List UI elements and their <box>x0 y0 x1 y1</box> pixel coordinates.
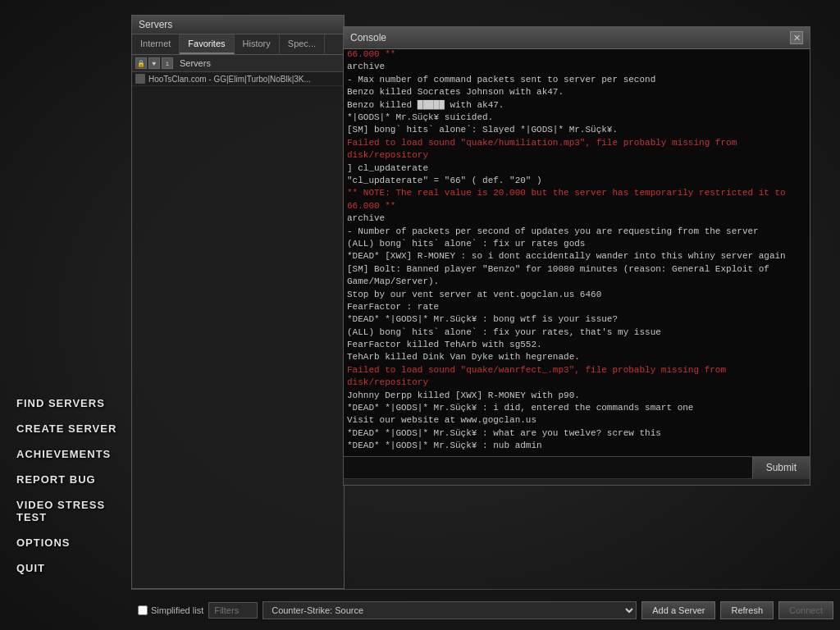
console-line: Benzo killed █████ with ak47. <box>347 99 806 112</box>
console-line: Johnny Derpp killed [XWX] R-MONEY with p… <box>347 390 806 402</box>
sidebar: FIND SERVERS CREATE SERVER ACHIEVEMENTS … <box>0 0 131 630</box>
console-line: (ALL) bong` hits` alone` : fix your rate… <box>347 326 806 339</box>
servers-title: Servers <box>139 19 172 30</box>
connect-button[interactable]: Connect <box>778 601 833 619</box>
sidebar-item-quit[interactable]: QUIT <box>16 555 131 581</box>
servers-label: Servers <box>175 57 216 70</box>
simplified-list-checkbox[interactable] <box>138 605 148 615</box>
console-line: *DEAD* *|GODS|* Mr.Süçk¥ : bong wtf is y… <box>347 313 806 326</box>
server-row[interactable]: HooTsClan.com - GG|Elim|Turbo|NoBlk|3K..… <box>132 72 344 86</box>
console-line: archive <box>347 61 806 73</box>
toolbar-fav-icon[interactable]: ♥ <box>148 57 160 69</box>
servers-content: HooTsClan.com - GG|Elim|Turbo|NoBlk|3K..… <box>132 72 344 579</box>
game-select[interactable]: Counter-Strike: Source <box>262 601 637 619</box>
refresh-button[interactable]: Refresh <box>720 601 774 619</box>
bottom-bar: Simplified list Counter-Strike: Source A… <box>131 589 840 630</box>
console-line: Stop by our vent server at vent.gogclan.… <box>347 289 806 301</box>
add-server-button[interactable]: Add a Server <box>641 601 715 619</box>
server-list[interactable]: HooTsClan.com - GG|Elim|Turbo|NoBlk|3K..… <box>132 72 344 579</box>
console-title: Console <box>350 32 386 43</box>
simplified-list-text: Simplified list <box>151 605 203 615</box>
tab-favorites[interactable]: Favorites <box>180 34 234 54</box>
console-line: - Max number of command packets sent to … <box>347 74 806 86</box>
console-line: Failed to load sound "quake/wanrfect_.mp… <box>347 364 806 390</box>
console-line: "cl_updaterate" = "66" ( def. "20" ) <box>347 175 806 187</box>
console-line: Benzo killed Socrates Johnson with ak47. <box>347 86 806 98</box>
sidebar-item-report-bug[interactable]: REPORT BUG <box>16 467 131 492</box>
server-name: HooTsClan.com - GG|Elim|Turbo|NoBlk|3K..… <box>148 75 311 84</box>
console-line: FearFactor killed TehArb with sg552. <box>347 339 806 351</box>
filters-input[interactable] <box>208 602 258 619</box>
console-line: - Number of packets per second of update… <box>347 226 806 238</box>
console-line: TehArb killed Dink Van Dyke with hegrena… <box>347 351 806 363</box>
console-window: Console ✕ snukums killed bong` hits` alo… <box>343 26 810 486</box>
sidebar-item-achievements[interactable]: ACHIEVEMENTS <box>16 441 131 467</box>
sidebar-item-video-stress[interactable]: VIDEO STRESS TEST <box>16 492 131 530</box>
console-line: *DEAD* *|GODS|* Mr.Süçk¥ : what are you … <box>347 427 806 440</box>
console-line: Failed to load sound "quake/humiliation.… <box>347 137 806 162</box>
console-line: ** NOTE: The real value is 20.000 but th… <box>347 187 806 212</box>
console-input-area: Submit <box>344 456 810 478</box>
servers-toolbar: 🔒 ♥ i Servers <box>132 55 344 72</box>
console-output: snukums killed bong` hits` alone` with a… <box>344 49 810 456</box>
console-titlebar: Console ✕ <box>344 27 810 49</box>
console-line: (ALL) bong` hits` alone` : fix ur rates … <box>347 238 806 250</box>
console-close-button[interactable]: ✕ <box>790 31 803 44</box>
console-line: *DEAD* *|GODS|* Mr.Süçk¥ : i did, entere… <box>347 402 806 414</box>
servers-titlebar: Servers <box>132 16 344 34</box>
console-line: Visit our website at www.gogclan.us <box>347 414 806 427</box>
tab-spec[interactable]: Spec... <box>280 34 325 54</box>
console-line: ** NOTE: The real value is 30.000 but th… <box>347 49 806 61</box>
console-line: FearFactor : rate <box>347 301 806 313</box>
console-line: ] cl_updaterate <box>347 162 806 175</box>
toolbar-lock-icon[interactable]: 🔒 <box>135 57 147 69</box>
console-line: *DEAD* *|GODS|* Mr.Süçk¥ : nub admin <box>347 440 806 452</box>
console-submit-button[interactable]: Submit <box>752 457 810 478</box>
console-line: *|GODS|* Mr.Süçk¥ suicided. <box>347 112 806 124</box>
console-line: [SM] bong` hits` alone`: Slayed *|GODS|*… <box>347 124 806 136</box>
sidebar-item-find-servers[interactable]: FIND SERVERS <box>16 390 131 416</box>
console-line: archive <box>347 212 806 225</box>
console-line: *DEAD* [XWX] R-MONEY : so i dont acciden… <box>347 250 806 262</box>
servers-tabs: Internet Favorites History Spec... <box>132 34 344 55</box>
console-input[interactable] <box>344 457 752 478</box>
server-icon <box>135 74 145 84</box>
toolbar-info-icon[interactable]: i <box>162 57 173 69</box>
console-line: [SM] Bolt: Banned player "Benzo" for 100… <box>347 263 806 289</box>
tab-internet[interactable]: Internet <box>132 34 180 54</box>
servers-window: Servers Internet Favorites History Spec.… <box>131 15 345 589</box>
sidebar-item-options[interactable]: OPTIONS <box>16 530 131 555</box>
tab-history[interactable]: History <box>235 34 280 54</box>
console-resize-handle[interactable]: ⌞ <box>344 478 810 485</box>
sidebar-item-create-server[interactable]: CREATE SERVER <box>16 416 131 441</box>
simplified-list-label[interactable]: Simplified list <box>138 605 203 615</box>
